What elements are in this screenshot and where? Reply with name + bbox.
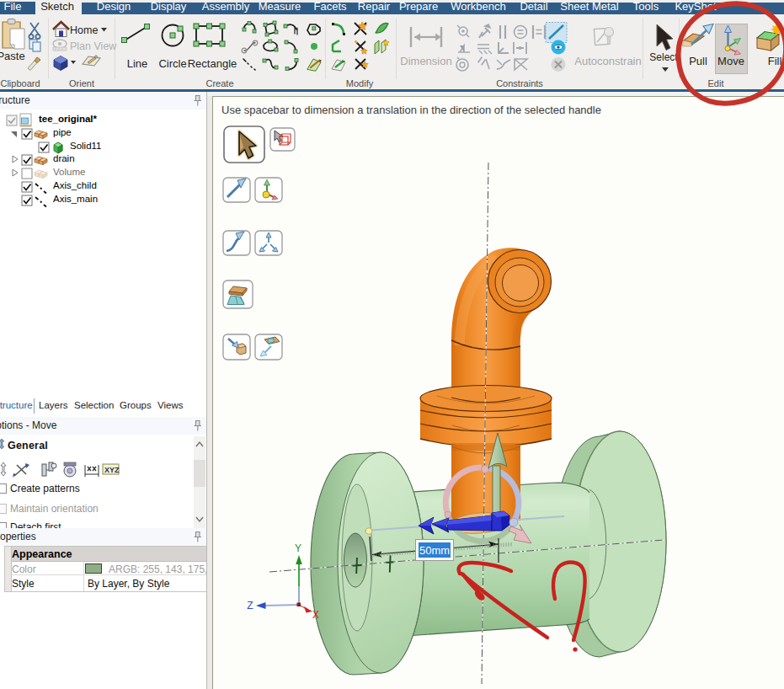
svg-text:Home: Home: [70, 24, 98, 36]
svg-text:Plan View: Plan View: [70, 40, 117, 52]
svg-text:XYZ: XYZ: [104, 466, 120, 474]
